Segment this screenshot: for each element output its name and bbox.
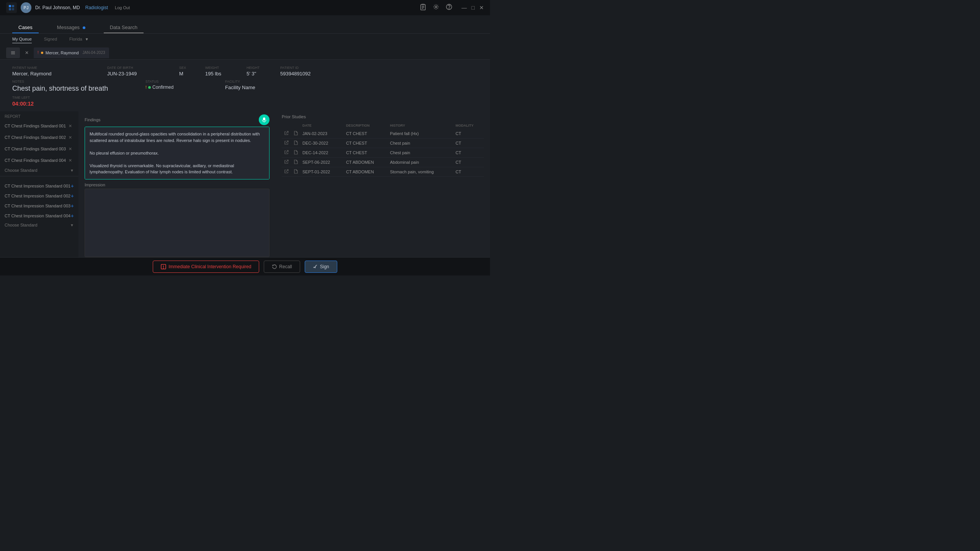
standard-impression-1[interactable]: CT Chest Impression Standard 001 + <box>0 181 78 191</box>
standard-findings-1[interactable]: CT Chest Findings Standard 001 ✕ <box>0 120 78 132</box>
row-modality: CT <box>453 158 484 167</box>
patient-facility-label: Facility <box>225 80 478 83</box>
row-external-link-icon[interactable] <box>282 158 291 167</box>
remove-findings-4-button[interactable]: ✕ <box>66 156 74 164</box>
urgency-dot <box>41 52 43 54</box>
recall-label: Recall <box>279 264 292 269</box>
table-row[interactable]: SEPT-06-2022 CT ABDOMEN Abdominal pain C… <box>282 158 484 167</box>
remove-findings-1-button[interactable]: ✕ <box>66 122 74 130</box>
findings-text-box[interactable]: Multifocal rounded ground-glass opacitie… <box>85 127 270 179</box>
bottom-actions: Immediate Clinical Intervention Required… <box>0 257 490 276</box>
clipboard-icon[interactable] <box>420 3 426 12</box>
svg-line-19 <box>286 160 288 162</box>
queue-filters: My Queue Signed Florida ▼ <box>0 34 490 46</box>
col-icon-2 <box>291 122 300 129</box>
svg-line-20 <box>286 170 288 172</box>
intervention-label: Immediate Clinical Intervention Required <box>168 264 251 269</box>
row-description: CT ABDOMEN <box>344 158 388 167</box>
maximize-button[interactable]: □ <box>472 5 475 11</box>
patient-sex-label: Sex <box>179 66 202 70</box>
svg-point-8 <box>435 6 437 8</box>
minimize-button[interactable]: — <box>462 5 467 11</box>
table-row[interactable]: DEC-30-2022 CT CHEST Chest pain CT <box>282 139 484 148</box>
remove-findings-3-button[interactable]: ✕ <box>66 145 74 153</box>
patient-status-field: Status ! Confirmed <box>145 80 222 93</box>
patient-weight-field: Weight 195 lbs <box>205 66 243 77</box>
settings-icon[interactable] <box>433 3 439 12</box>
add-impression-4-button[interactable]: + <box>71 213 74 219</box>
add-impression-1-button[interactable]: + <box>71 183 74 189</box>
table-row[interactable]: DEC-14-2022 CT CHEST Chest pain CT <box>282 148 484 158</box>
filter-signed[interactable]: Signed <box>44 37 57 43</box>
impression-header: Impression <box>82 179 273 189</box>
row-date: DEC-14-2022 <box>300 148 344 158</box>
patient-id-value: 59394891092 <box>280 71 349 77</box>
title-bar: PJ Dr. Paul Johnson, MD Radiologist Log … <box>0 0 490 15</box>
intervention-button[interactable]: Immediate Clinical Intervention Required <box>153 261 259 273</box>
help-icon[interactable] <box>446 3 452 12</box>
close-button[interactable]: ✕ <box>479 5 484 11</box>
row-file-icon[interactable] <box>291 158 300 167</box>
row-external-link-icon[interactable] <box>282 148 291 158</box>
choose-findings-standard[interactable]: Choose Standard ▼ <box>0 166 78 174</box>
standard-findings-2[interactable]: CT Chest Findings Standard 002 ✕ <box>0 132 78 143</box>
row-file-icon[interactable] <box>291 148 300 158</box>
filter-florida[interactable]: Florida ▼ <box>69 37 89 43</box>
row-modality: CT <box>453 139 484 148</box>
recall-button[interactable]: Recall <box>264 261 300 273</box>
row-date: JAN-02-2023 <box>300 129 344 139</box>
row-file-icon[interactable] <box>291 129 300 139</box>
standard-impression-2-label: CT Chest Impression Standard 002 <box>5 194 70 198</box>
row-file-icon[interactable] <box>291 139 300 148</box>
findings-label-text: Findings <box>85 117 101 122</box>
tab-messages[interactable]: Messages <box>51 21 91 33</box>
sign-label: Sign <box>320 264 329 269</box>
remove-findings-2-button[interactable]: ✕ <box>66 134 74 141</box>
user-role: Radiologist <box>85 5 108 10</box>
sign-button[interactable]: Sign <box>305 261 337 273</box>
case-tab-item[interactable]: ! Mercer, Raymond JAN-04-2023 <box>34 47 109 58</box>
findings-paragraph-1: Multifocal rounded ground-glass opacitie… <box>90 131 265 143</box>
urgency-indicator: ! <box>38 51 39 55</box>
patient-name-field: Patient Name Mercer, Raymond <box>12 66 104 77</box>
table-row[interactable]: SEPT-01-2022 CT ABDOMEN Stomach pain, vo… <box>282 167 484 177</box>
standard-findings-3[interactable]: CT Chest Findings Standard 003 ✕ <box>0 143 78 155</box>
patient-sex-field: Sex M <box>179 66 202 77</box>
row-date: SEPT-06-2022 <box>300 158 344 167</box>
user-name: Dr. Paul Johnson, MD <box>35 5 80 10</box>
filter-my-queue[interactable]: My Queue <box>12 37 32 43</box>
tab-data-search[interactable]: Data Search <box>104 21 144 33</box>
logout-button[interactable]: Log Out <box>115 5 130 10</box>
choose-impression-standard[interactable]: Choose Standard ▼ <box>0 221 78 229</box>
patient-status-value: ! Confirmed <box>145 85 222 90</box>
standard-impression-2[interactable]: CT Chest Impression Standard 002 + <box>0 191 78 201</box>
standard-impression-4-label: CT Chest Impression Standard 004 <box>5 214 70 218</box>
impression-text-box[interactable] <box>85 189 270 257</box>
patient-height-field: Height 5' 3" <box>247 66 277 77</box>
choose-findings-arrow: ▼ <box>70 168 74 173</box>
tab-cases[interactable]: Cases <box>12 21 39 33</box>
patient-timeleft-value: 04:00:12 <box>12 101 142 107</box>
add-impression-3-button[interactable]: + <box>71 203 74 209</box>
patient-height-value: 5' 3" <box>247 71 277 77</box>
standard-findings-1-label: CT Chest Findings Standard 001 <box>5 124 66 128</box>
close-tab-button[interactable]: ✕ <box>23 49 31 57</box>
main-content: ✕ ! Mercer, Raymond JAN-04-2023 Patient … <box>0 46 490 276</box>
row-external-link-icon[interactable] <box>282 139 291 148</box>
microphone-button[interactable] <box>259 114 270 125</box>
title-bar-right: — □ ✕ <box>420 3 484 12</box>
table-row[interactable]: JAN-02-2023 CT CHEST Patient fall (Hx) C… <box>282 129 484 139</box>
case-tab-list-icon[interactable] <box>6 47 20 58</box>
standard-findings-4[interactable]: CT Chest Findings Standard 004 ✕ <box>0 155 78 166</box>
row-external-link-icon[interactable] <box>282 167 291 177</box>
add-impression-2-button[interactable]: + <box>71 193 74 199</box>
standard-impression-4[interactable]: CT Chest Impression Standard 004 + <box>0 211 78 221</box>
row-external-link-icon[interactable] <box>282 129 291 139</box>
row-file-icon[interactable] <box>291 167 300 177</box>
findings-standards-list: CT Chest Findings Standard 001 ✕ CT Ches… <box>0 120 78 174</box>
avatar: PJ <box>21 2 31 13</box>
svg-rect-3 <box>12 8 14 10</box>
prior-studies-panel: Prior Studies Date Description History M… <box>276 111 490 257</box>
standard-impression-3[interactable]: CT Chest Impression Standard 003 + <box>0 201 78 211</box>
patient-info: Patient Name Mercer, Raymond Date of Bir… <box>0 60 490 80</box>
